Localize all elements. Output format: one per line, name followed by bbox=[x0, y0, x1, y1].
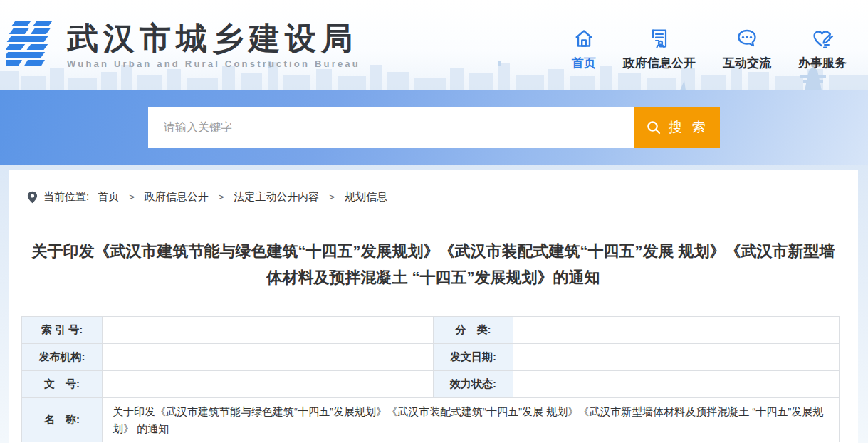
site-subtitle: Wuhan Urban and Rural Construction Burea… bbox=[67, 58, 360, 69]
table-row: 名 称: 关于印发《武汉市建筑节能与绿色建筑“十四五”发展规划》《武汉市装配式建… bbox=[22, 398, 840, 442]
search-input[interactable] bbox=[148, 107, 634, 148]
name-value: 关于印发《武汉市建筑节能与绿色建筑“十四五”发展规划》《武汉市装配式建筑“十四五… bbox=[103, 398, 840, 442]
breadcrumb-planning-info[interactable]: 规划信息 bbox=[345, 190, 387, 204]
validity-status-value bbox=[513, 371, 840, 398]
site-header: 武汉市城乡建设局 Wuhan Urban and Rural Construct… bbox=[0, 0, 868, 90]
issuing-agency-value bbox=[103, 344, 434, 371]
name-label: 名 称: bbox=[22, 398, 103, 442]
document-number-value bbox=[103, 371, 434, 398]
table-row: 发布机构: 发文日期: bbox=[22, 344, 840, 371]
nav-item-services[interactable]: 办事服务 bbox=[798, 27, 847, 71]
nav-item-home[interactable]: 首页 bbox=[572, 27, 596, 71]
heart-service-icon bbox=[811, 27, 834, 50]
breadcrumb-gov-info[interactable]: 政府信息公开 bbox=[145, 190, 209, 204]
table-row: 索 引 号: 分 类: bbox=[22, 317, 840, 344]
search-icon bbox=[646, 120, 662, 135]
table-row: 文 号: 效力状态: bbox=[22, 371, 840, 398]
chat-bubble-icon bbox=[736, 27, 758, 50]
home-icon bbox=[573, 27, 595, 50]
location-pin-icon bbox=[27, 191, 38, 204]
issue-date-value bbox=[513, 344, 840, 371]
category-value bbox=[513, 317, 840, 344]
nav-item-interaction[interactable]: 互动交流 bbox=[723, 27, 771, 71]
breadcrumb-separator: > bbox=[219, 192, 224, 202]
breadcrumb-separator: > bbox=[129, 192, 135, 202]
document-meta-table: 索 引 号: 分 类: 发布机构: 发文日期: 文 号: 效力状态: 名 称: … bbox=[21, 316, 840, 442]
search-band: 搜 索 bbox=[0, 90, 868, 165]
breadcrumb-statutory-disclosure[interactable]: 法定主动公开内容 bbox=[234, 190, 319, 204]
validity-status-label: 效力状态: bbox=[434, 371, 513, 398]
breadcrumb: 当前位置: 首页 > 政府信息公开 > 法定主动公开内容 > 规划信息 bbox=[9, 190, 858, 204]
index-number-label: 索 引 号: bbox=[22, 317, 103, 344]
search-button-label: 搜 索 bbox=[669, 118, 708, 137]
search-box: 搜 索 bbox=[148, 107, 720, 148]
nav-item-gov-info[interactable]: 政府信息公开 bbox=[623, 27, 696, 71]
category-label: 分 类: bbox=[434, 317, 513, 344]
document-number-label: 文 号: bbox=[22, 371, 103, 398]
nav-label-gov-info: 政府信息公开 bbox=[623, 55, 696, 71]
nav-label-interaction: 互动交流 bbox=[723, 55, 771, 71]
bureau-logo-icon bbox=[6, 19, 57, 72]
article-title: 关于印发《武汉市建筑节能与绿色建筑“十四五”发展规划》《武汉市装配式建筑“十四五… bbox=[24, 238, 843, 291]
brand[interactable]: 武汉市城乡建设局 Wuhan Urban and Rural Construct… bbox=[6, 19, 360, 72]
index-number-value bbox=[103, 317, 434, 344]
breadcrumb-prefix: 当前位置: bbox=[43, 190, 89, 204]
nav-label-home: 首页 bbox=[572, 55, 596, 71]
breadcrumb-home[interactable]: 首页 bbox=[98, 190, 119, 204]
search-button[interactable]: 搜 索 bbox=[634, 107, 720, 148]
issue-date-label: 发文日期: bbox=[434, 344, 513, 371]
main-nav: 首页 政府信息公开 bbox=[572, 27, 847, 71]
issuing-agency-label: 发布机构: bbox=[22, 344, 103, 371]
content-card: 当前位置: 首页 > 政府信息公开 > 法定主动公开内容 > 规划信息 关于印发… bbox=[9, 170, 858, 443]
breadcrumb-separator: > bbox=[329, 192, 335, 202]
nav-label-services: 办事服务 bbox=[798, 55, 847, 71]
site-title: 武汉市城乡建设局 bbox=[67, 21, 360, 56]
gov-info-icon bbox=[649, 27, 670, 50]
